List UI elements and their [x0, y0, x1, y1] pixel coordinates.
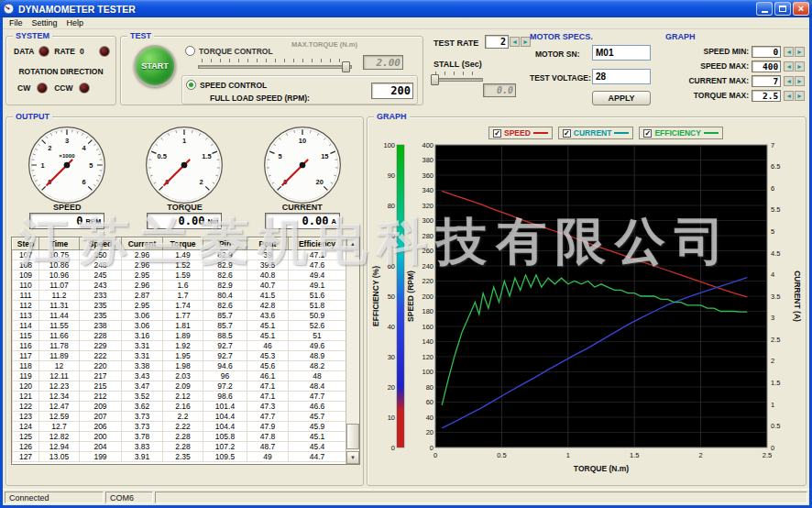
scroll-track[interactable] [346, 250, 359, 451]
table-cell: 45.1 [289, 432, 346, 442]
scroll-down-icon[interactable] [346, 451, 359, 464]
table-row[interactable]: 12713.051993.912.35109.54944.7 [13, 452, 346, 462]
apply-button[interactable]: APPLY [592, 91, 651, 105]
table-cell: 1.52 [163, 260, 203, 271]
title-bar[interactable]: DYNAMOMETER TESTER [0, 0, 812, 17]
svg-text:2.5: 2.5 [763, 451, 772, 459]
legend-checkbox-icon[interactable] [643, 129, 652, 138]
column-header-speed[interactable]: Speed [80, 238, 122, 250]
table-row[interactable]: 11011.072432.961.682.940.749.1 [13, 281, 346, 291]
value-spinner [784, 76, 805, 86]
spinner-decrement-icon[interactable] [784, 76, 794, 86]
spinner-decrement-icon[interactable] [784, 61, 794, 72]
svg-text:×1000: ×1000 [60, 152, 76, 159]
table-scrollbar[interactable] [346, 237, 359, 464]
motor-sn-input[interactable] [592, 45, 651, 61]
svg-text:30: 30 [388, 353, 395, 361]
speed-control-radio[interactable] [186, 80, 196, 90]
stall-slider[interactable] [432, 72, 483, 86]
table-cell: 41.5 [247, 291, 289, 301]
table-cell: 104.4 [203, 422, 247, 432]
table-cell: 3.43 [122, 371, 163, 381]
column-header-current[interactable]: Current [122, 238, 163, 250]
svg-text:4: 4 [771, 271, 774, 279]
column-header-time[interactable]: Time [39, 238, 80, 250]
table-cell: 48.7 [247, 442, 289, 452]
table-row[interactable]: 11611.782293.311.9292.74649.6 [13, 341, 346, 351]
table-row[interactable]: 11711.892223.311.9592.745.348.9 [13, 351, 346, 361]
column-header-step[interactable]: Step [13, 238, 39, 250]
table-cell: 11.44 [39, 311, 80, 321]
test-voltage-input[interactable] [592, 69, 651, 84]
menu-item-help[interactable]: Help [62, 18, 89, 28]
legend-checkbox-icon[interactable] [563, 129, 571, 138]
column-header-torque[interactable]: Torque [163, 238, 203, 250]
table-row[interactable]: 118122203.381.9894.645.648.2 [13, 361, 346, 371]
table-row[interactable]: 12212.472093.622.16101.447.346.6 [13, 402, 346, 412]
menu-item-file[interactable]: File [5, 18, 27, 28]
spinner-increment-icon[interactable] [795, 61, 805, 72]
table-cell: 80.4 [203, 291, 247, 301]
table-row[interactable]: 12112.342123.522.1298.647.147.7 [13, 392, 346, 402]
table-cell: 204 [80, 442, 122, 452]
spinner-decrement-icon[interactable] [784, 47, 794, 57]
table-cell: 107.2 [203, 442, 247, 452]
table-cell: 3.31 [122, 351, 163, 361]
legend-item-current[interactable]: CURRENT [558, 127, 634, 139]
minimize-button[interactable] [756, 2, 773, 16]
table-cell: 50.9 [289, 311, 346, 321]
table-row[interactable]: 12612.942043.832.28107.248.745.4 [13, 442, 346, 452]
max-torque-slider[interactable] [198, 59, 352, 73]
start-button[interactable]: START [134, 45, 176, 87]
svg-text:3: 3 [771, 314, 774, 322]
legend-item-speed[interactable]: SPEED [488, 127, 553, 139]
table-row[interactable]: 11111.22332.871.780.441.551.6 [13, 291, 346, 301]
table-cell: 127 [13, 452, 39, 462]
legend-item-efficiency[interactable]: EFFICIENCY [639, 127, 723, 139]
slider-thumb[interactable] [431, 74, 439, 85]
setting-value: 400 [752, 61, 781, 72]
table-row[interactable]: 11211.312352.951.7482.642.851.8 [13, 301, 346, 311]
column-header-pout[interactable]: Pout [247, 238, 289, 250]
table-cell: 12.23 [39, 381, 80, 392]
spinner-decrement-icon[interactable] [784, 91, 794, 101]
table-row[interactable]: 11912.112173.432.039646.148 [13, 371, 346, 381]
table-cell: 3.62 [122, 402, 163, 412]
maximize-button[interactable] [774, 2, 791, 16]
spinner-increment-icon[interactable] [795, 47, 805, 57]
graph-setting-row: CURRENT MAX:7 [662, 73, 805, 88]
table-row[interactable]: 11311.442353.061.7785.743.650.9 [13, 311, 346, 321]
table-cell: 2.28 [163, 432, 203, 442]
table-row[interactable]: 12412.72063.732.22104.447.945.9 [13, 422, 346, 432]
svg-text:10: 10 [388, 414, 395, 422]
table-row[interactable]: 12012.232153.472.0997.247.148.4 [13, 381, 346, 392]
svg-text:70: 70 [388, 232, 395, 240]
table-row[interactable]: 10910.962452.951.5982.640.849.4 [13, 271, 346, 281]
column-header-pin[interactable]: Pin [203, 238, 247, 250]
svg-text:90: 90 [388, 171, 395, 180]
table-row[interactable]: 12312.592073.732.2104.447.745.7 [13, 412, 346, 422]
spinner-increment-icon[interactable] [795, 76, 805, 86]
table-row[interactable]: 12512.822003.782.28105.847.845.1 [13, 432, 346, 442]
svg-text:5: 5 [89, 161, 93, 170]
table-row[interactable]: 11511.662283.161.8988.545.151 [13, 331, 346, 341]
menu-item-setting[interactable]: Setting [27, 18, 62, 28]
scroll-thumb[interactable] [346, 424, 359, 449]
test-voltage-label: TEST VOLTAGE: [530, 73, 591, 83]
max-torque-label: MAX.TORQUE (N.m) [291, 40, 357, 49]
close-button[interactable] [793, 2, 809, 16]
table-row[interactable]: 11411.552383.061.8185.745.152.6 [13, 321, 346, 331]
table-cell: 2.96 [122, 250, 163, 260]
scroll-up-icon[interactable] [346, 237, 359, 250]
svg-text:20: 20 [315, 178, 323, 186]
spinner-decrement-icon[interactable] [510, 37, 520, 47]
slider-thumb[interactable] [342, 61, 350, 72]
table-row[interactable]: 10810.862482.961.5282.939.547.6 [13, 260, 346, 271]
spinner-increment-icon[interactable] [795, 91, 805, 101]
column-header-efficiency[interactable]: Efficiency [289, 238, 346, 250]
torque-control-radio[interactable] [185, 46, 195, 56]
legend-checkbox-icon[interactable] [493, 129, 501, 138]
rate-led-indicator [99, 46, 110, 57]
ccw-label: CCW [54, 83, 72, 93]
table-row[interactable]: 10710.752502.961.4982.93947.1 [13, 250, 346, 260]
